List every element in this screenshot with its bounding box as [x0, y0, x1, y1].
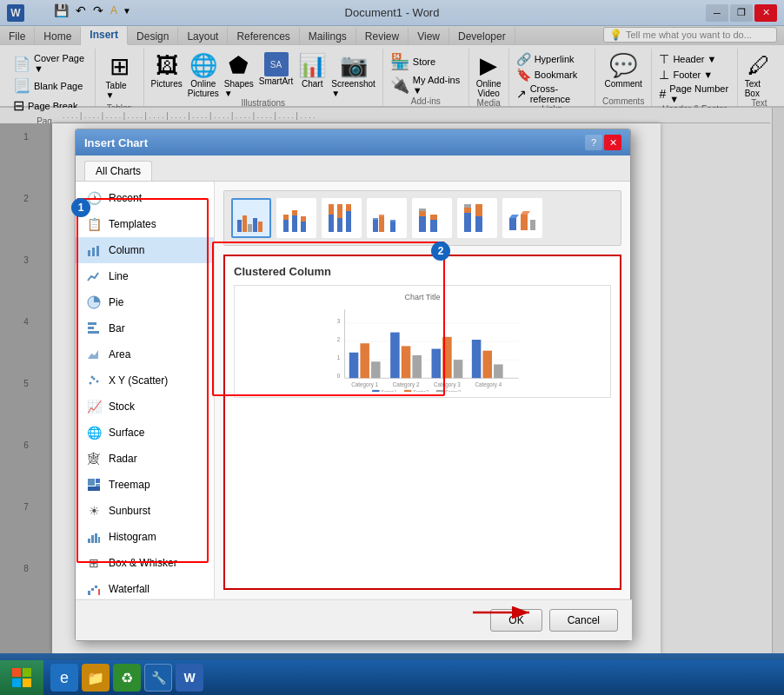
chart-subtypes: [223, 190, 621, 246]
dialog-tab-all-charts[interactable]: All Charts: [84, 161, 152, 181]
svg-text:0: 0: [337, 373, 341, 379]
svg-rect-52: [430, 220, 437, 232]
subtype-clustered-column[interactable]: [231, 198, 271, 238]
svg-rect-61: [521, 215, 528, 230]
subtype-100-stacked-column[interactable]: [322, 198, 362, 238]
subtype-3d-100[interactable]: [457, 198, 497, 238]
histogram-icon: [86, 529, 102, 545]
surface-icon: 🌐: [86, 425, 102, 440]
start-button[interactable]: [0, 660, 43, 695]
svg-rect-73: [349, 353, 359, 378]
taskbar-pinned-1[interactable]: 🔧: [144, 664, 172, 692]
svg-rect-50: [419, 211, 426, 216]
svg-rect-31: [283, 220, 289, 232]
svg-point-10: [96, 381, 99, 383]
chart-type-treemap[interactable]: Treemap: [76, 472, 214, 498]
line-icon: [86, 268, 102, 284]
svg-rect-32: [283, 215, 289, 220]
svg-rect-42: [346, 204, 351, 211]
svg-rect-46: [379, 215, 384, 216]
subtype-3d-column[interactable]: [502, 198, 542, 238]
subtype-3d-clustered[interactable]: [367, 198, 407, 238]
chart-type-bar[interactable]: Bar: [76, 315, 214, 341]
chart-type-line[interactable]: Line: [76, 263, 214, 289]
chart-type-bar-label: Bar: [109, 322, 125, 334]
chart-type-column-label: Column: [109, 244, 144, 256]
svg-rect-53: [430, 215, 437, 220]
svg-point-11: [91, 376, 94, 379]
chart-type-surface[interactable]: 🌐 Surface: [76, 420, 214, 446]
dialog-close-button[interactable]: ✕: [604, 135, 621, 150]
svg-rect-15: [88, 486, 100, 491]
chart-type-sunburst[interactable]: ☀ Sunburst: [76, 498, 214, 524]
svg-marker-60: [509, 215, 519, 218]
chart-preview-svg: 0 1 2 3: [242, 305, 603, 392]
chart-type-surface-label: Surface: [109, 427, 144, 439]
svg-rect-80: [442, 337, 452, 378]
svg-rect-27: [243, 215, 247, 232]
svg-rect-30: [258, 222, 262, 232]
chart-type-templates[interactable]: 📋 Templates: [76, 211, 214, 237]
svg-rect-48: [390, 220, 395, 222]
chart-type-stock-label: Stock: [109, 400, 135, 413]
svg-rect-1: [92, 248, 95, 256]
taskbar-word-icon[interactable]: W: [176, 664, 203, 692]
svg-rect-59: [509, 218, 516, 230]
chart-type-templates-label: Templates: [109, 218, 156, 230]
svg-rect-93: [436, 390, 443, 392]
box-whisker-icon: ⊞: [86, 555, 102, 571]
svg-rect-0: [88, 250, 90, 256]
chart-type-histogram[interactable]: Histogram: [76, 524, 214, 550]
taskbar-green-icon[interactable]: ♻: [113, 664, 141, 692]
svg-rect-26: [237, 220, 242, 232]
chart-type-pie[interactable]: Pie: [76, 289, 214, 315]
taskbar-pinned-icons: e 📁 ♻ 🔧 W: [43, 664, 210, 692]
svg-rect-43: [373, 218, 378, 232]
chart-type-box-whisker-label: Box & Whisker: [109, 557, 177, 569]
chart-type-area-label: Area: [109, 348, 130, 361]
svg-rect-33: [292, 215, 297, 232]
chart-type-recent[interactable]: 🕐 Recent: [76, 185, 214, 211]
svg-rect-18: [95, 533, 97, 543]
svg-rect-77: [402, 346, 411, 378]
chart-type-column[interactable]: Column: [76, 237, 214, 263]
chart-type-stock[interactable]: 📈 Stock: [76, 394, 214, 420]
svg-text:Category 1: Category 1: [351, 381, 378, 388]
chart-preview-panel: Clustered Column Chart Title 0 1 2: [215, 182, 630, 599]
pie-icon: [86, 295, 102, 310]
svg-rect-99: [12, 678, 21, 687]
chart-type-area[interactable]: Area: [76, 341, 214, 367]
cancel-button[interactable]: Cancel: [549, 609, 618, 632]
svg-text:3: 3: [337, 318, 341, 324]
svg-rect-49: [419, 216, 426, 232]
svg-text:Category 4: Category 4: [475, 381, 502, 388]
svg-rect-82: [472, 340, 482, 378]
svg-marker-62: [521, 211, 530, 215]
svg-rect-29: [253, 218, 257, 232]
insert-chart-dialog: Insert Chart ? ✕ All Charts 🕐 Recent 📋 T…: [75, 129, 631, 641]
chart-type-xy[interactable]: X Y (Scatter): [76, 367, 214, 394]
dialog-footer: OK Cancel: [76, 599, 632, 640]
subtype-stacked-column[interactable]: [276, 198, 316, 238]
chart-type-waterfall[interactable]: Waterfall: [76, 576, 214, 599]
svg-text:Category 2: Category 2: [393, 381, 420, 388]
column-icon: [86, 242, 102, 258]
dialog-help-button[interactable]: ?: [585, 135, 602, 150]
svg-rect-22: [95, 586, 97, 588]
chart-types-panel: 🕐 Recent 📋 Templates Column Line: [76, 182, 215, 599]
xy-icon: [86, 373, 102, 388]
svg-text:Series2: Series2: [413, 389, 429, 392]
svg-rect-74: [360, 343, 369, 378]
taskbar-folder-icon[interactable]: 📁: [82, 664, 110, 692]
ok-arrow-annotation: [468, 604, 538, 621]
svg-rect-84: [494, 364, 503, 378]
subtype-3d-stacked[interactable]: [412, 198, 452, 238]
svg-text:1: 1: [337, 354, 341, 361]
sunburst-icon: ☀: [86, 503, 102, 519]
stock-icon: 📈: [86, 399, 102, 414]
svg-rect-56: [464, 204, 471, 208]
chart-type-radar[interactable]: 🕸 Radar: [76, 446, 214, 472]
chart-type-box-whisker[interactable]: ⊞ Box & Whisker: [76, 550, 214, 576]
svg-rect-4: [88, 322, 96, 325]
taskbar-ie-icon[interactable]: e: [50, 664, 78, 692]
